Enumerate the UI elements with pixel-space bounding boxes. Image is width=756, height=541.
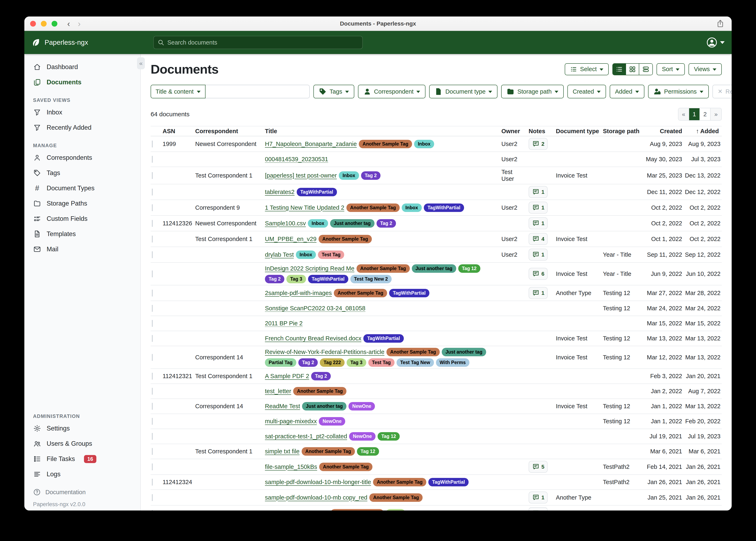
col-asn[interactable]: ASN <box>163 128 195 135</box>
sidebar-item-storage-paths[interactable]: Storage Paths <box>24 196 140 211</box>
cell-correspondent[interactable]: Test Correspondent 1 <box>195 236 265 243</box>
minimize-button[interactable] <box>41 21 47 27</box>
pagination-page-2[interactable]: 2 <box>700 108 711 120</box>
row-checkbox[interactable] <box>152 433 153 440</box>
tag-pill[interactable]: Another Sample Tag <box>302 447 355 456</box>
pagination-prev[interactable]: « <box>678 108 689 120</box>
cell-correspondent[interactable]: Test Correspondent 1 <box>195 172 265 179</box>
row-checkbox[interactable] <box>152 220 153 227</box>
cell-storage-path[interactable]: Testing 12 <box>603 290 644 296</box>
document-link[interactable]: sample-pdf-download-10-mb-longer-title <box>265 479 371 486</box>
notes-badge[interactable]: 4 <box>529 507 548 510</box>
tag-pill[interactable]: Inbox <box>414 140 434 148</box>
document-link[interactable]: sample-pdf-with-images <box>265 510 328 511</box>
tag-pill[interactable]: Another Sample Tag <box>331 509 384 511</box>
sidebar-item-inbox[interactable]: Inbox <box>24 105 140 120</box>
tag-pill[interactable]: TagWithPartial <box>297 188 337 196</box>
row-checkbox[interactable] <box>152 510 153 511</box>
tag-pill[interactable]: TagWithPartial <box>308 275 348 283</box>
created-filter-button[interactable]: Created <box>567 85 606 98</box>
tag-pill[interactable]: Test Tag <box>368 358 395 367</box>
tag-pill[interactable]: Another Sample Tag <box>319 463 372 471</box>
sidebar-item-recently-added[interactable]: Recently Added <box>24 120 140 135</box>
document-link[interactable]: InDesign 2022 Scripting Read Me <box>265 265 354 272</box>
forward-button[interactable]: › <box>78 20 80 28</box>
col-created[interactable]: Created <box>644 128 683 135</box>
cell-document-type[interactable]: Invoice Test <box>556 403 603 410</box>
tag-pill[interactable]: Tag 222 <box>320 358 345 367</box>
tag-pill[interactable]: Inbox <box>339 171 359 180</box>
sidebar-item-dashboard[interactable]: Dashboard <box>24 59 140 75</box>
document-type-filter-button[interactable]: Document type <box>429 85 497 98</box>
sidebar-item-document-types[interactable]: # Document Types <box>24 181 140 196</box>
document-link[interactable]: tablerates2 <box>265 189 295 196</box>
document-link[interactable]: A Sample PDF 2 <box>265 373 309 379</box>
tag-pill[interactable]: Test Tag New <box>397 358 434 367</box>
row-checkbox[interactable] <box>152 156 153 163</box>
row-checkbox[interactable] <box>152 251 153 258</box>
col-title[interactable]: Title <box>265 128 501 135</box>
back-button[interactable]: ‹ <box>67 20 70 28</box>
documentation-link[interactable]: Documentation <box>24 486 140 499</box>
notes-badge[interactable]: 4 <box>529 233 548 245</box>
col-storage-path[interactable]: Storage path <box>603 128 644 135</box>
notes-badge[interactable]: 5 <box>529 461 548 473</box>
tag-pill[interactable]: Another Sample Tag <box>319 235 372 243</box>
tag-pill[interactable]: TagWithPartial <box>389 289 429 297</box>
row-checkbox[interactable] <box>152 418 153 425</box>
col-correspondent[interactable]: Correspondent <box>195 128 265 135</box>
tag-pill[interactable]: Tag 2 <box>361 171 380 180</box>
sidebar-item-logs[interactable]: Logs <box>24 467 140 482</box>
sidebar-item-file-tasks[interactable]: File Tasks16 <box>24 451 140 467</box>
cell-document-type[interactable]: Invoice Test <box>556 236 603 243</box>
row-checkbox[interactable] <box>152 172 153 179</box>
row-checkbox[interactable] <box>152 204 153 211</box>
cell-correspondent[interactable]: Test Correspondent 1 <box>195 448 265 455</box>
share-icon[interactable] <box>716 19 725 28</box>
tag-pill[interactable]: With Perms <box>436 358 469 367</box>
cell-document-type[interactable]: Invoice Test <box>556 172 603 179</box>
cell-storage-path[interactable]: Year - Title <box>603 270 644 277</box>
select-button[interactable]: Select <box>565 63 609 75</box>
row-checkbox[interactable] <box>152 479 153 486</box>
document-link[interactable]: Review-of-New-York-Federal-Petitions-art… <box>265 349 384 355</box>
row-checkbox[interactable] <box>152 290 153 296</box>
tag-pill[interactable]: TagWithPartial <box>428 478 469 486</box>
row-checkbox[interactable] <box>152 320 153 327</box>
notes-badge[interactable]: 1 <box>529 217 548 229</box>
tag-pill[interactable]: Inbox <box>308 219 328 228</box>
row-checkbox[interactable] <box>152 494 153 501</box>
views-button[interactable]: Views <box>689 63 722 75</box>
added-filter-button[interactable]: Added <box>610 85 644 98</box>
cell-correspondent[interactable]: Newest Correspondent <box>195 141 265 148</box>
tag-pill[interactable]: TagWithPartial <box>363 334 404 343</box>
col-added[interactable]: ↑Added <box>683 128 722 135</box>
correspondent-filter-button[interactable]: Correspondent <box>358 85 426 98</box>
tag-pill[interactable]: Another Sample Tag <box>359 140 412 148</box>
cell-document-type[interactable]: Invoice Test <box>556 354 603 361</box>
cell-storage-path[interactable]: Testing 12 <box>603 418 644 425</box>
tag-pill[interactable]: Tag 12 <box>357 447 379 456</box>
notes-badge[interactable]: 1 <box>529 202 548 214</box>
pagination-next[interactable]: » <box>711 108 721 120</box>
document-link[interactable]: sat-practice-test-1_pt2-collated <box>265 433 347 440</box>
sidebar-collapse-button[interactable]: « <box>137 57 145 69</box>
tag-pill[interactable]: Just another tag <box>442 348 486 356</box>
notes-badge[interactable]: 6 <box>529 268 548 280</box>
cell-document-type[interactable]: Invoice Test <box>556 270 603 277</box>
tag-pill[interactable]: Inbox <box>402 204 422 212</box>
tag-pill[interactable]: Tag 3 <box>386 509 405 511</box>
sidebar-item-tags[interactable]: Tags <box>24 165 140 181</box>
tag-pill[interactable]: Just another tag <box>412 264 456 273</box>
title-content-input[interactable] <box>206 85 310 98</box>
cell-document-type[interactable]: Another Type <box>556 290 603 296</box>
document-link[interactable]: [paperless] test post-owner <box>265 172 337 179</box>
zoom-button[interactable] <box>52 21 57 27</box>
row-checkbox[interactable] <box>152 141 153 148</box>
sort-button[interactable]: Sort <box>657 63 685 75</box>
tag-pill[interactable]: Tag 2 <box>311 372 331 380</box>
row-checkbox[interactable] <box>152 335 153 342</box>
cell-storage-path[interactable]: Testing 12 <box>603 305 644 312</box>
row-checkbox[interactable] <box>152 463 153 470</box>
tags-filter-button[interactable]: Tags <box>313 85 354 98</box>
